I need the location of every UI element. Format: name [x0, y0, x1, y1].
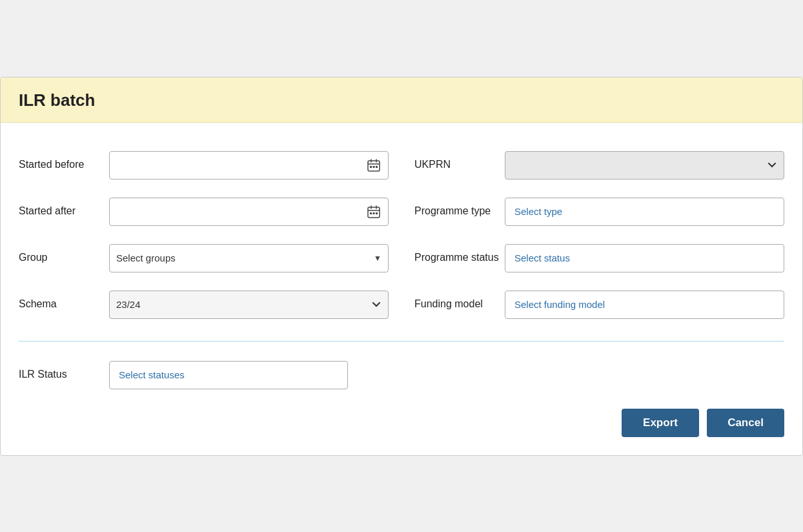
right-column: UKPRN Programme type Select type [414, 142, 784, 328]
funding-model-row: Funding model Select funding model [414, 281, 784, 328]
programme-status-row: Programme status Select status [414, 235, 784, 281]
started-before-label: Started before [19, 158, 109, 172]
programme-type-select-button[interactable]: Select type [505, 198, 784, 226]
ilr-status-select-text: Select statuses [119, 369, 185, 380]
started-after-control [109, 198, 389, 226]
started-before-calendar-icon[interactable] [365, 156, 383, 174]
modal-body: Started before [1, 123, 802, 455]
svg-rect-5 [373, 166, 375, 168]
ilr-status-select-button[interactable]: Select statuses [109, 361, 348, 389]
svg-rect-13 [376, 212, 378, 214]
ilr-status-section: ILR Status Select statuses [19, 354, 784, 396]
group-label: Group [19, 251, 109, 265]
group-chevron-down-icon: ▼ [374, 254, 381, 263]
funding-model-select-text: Select funding model [514, 299, 605, 310]
ukprn-select[interactable] [505, 151, 784, 179]
programme-status-select-button[interactable]: Select status [505, 244, 784, 272]
programme-type-select-text: Select type [514, 206, 562, 217]
ukprn-control [505, 151, 784, 179]
modal-header: ILR batch [1, 77, 802, 123]
export-button[interactable]: Export [622, 409, 699, 437]
programme-status-control: Select status [505, 244, 784, 272]
section-divider [19, 341, 784, 342]
schema-select[interactable]: 23/24 [109, 291, 389, 319]
svg-rect-6 [376, 166, 378, 168]
started-after-input-wrapper[interactable] [109, 198, 389, 226]
started-after-row: Started after [19, 189, 389, 235]
form-grid: Started before [19, 142, 784, 328]
funding-model-label: Funding model [414, 298, 505, 311]
schema-row: Schema 23/24 [19, 281, 389, 328]
group-select-text: Select groups [116, 252, 176, 263]
programme-status-select-text: Select status [514, 252, 570, 263]
ilr-status-label: ILR Status [19, 368, 109, 382]
started-before-row: Started before [19, 142, 389, 189]
footer-section: Export Cancel [19, 396, 784, 437]
ilr-batch-modal: ILR batch Started before [0, 77, 803, 456]
schema-control: 23/24 [109, 291, 389, 319]
group-row: Group Select groups ▼ [19, 235, 389, 281]
schema-label: Schema [19, 298, 109, 311]
programme-status-label: Programme status [414, 251, 505, 265]
modal-title: ILR batch [19, 90, 784, 110]
funding-model-select-button[interactable]: Select funding model [505, 291, 784, 319]
cancel-button[interactable]: Cancel [707, 409, 784, 437]
group-select-button[interactable]: Select groups ▼ [109, 244, 389, 272]
started-after-label: Started after [19, 205, 109, 218]
started-before-input[interactable] [115, 159, 365, 170]
programme-type-label: Programme type [414, 205, 505, 218]
started-before-control [109, 151, 389, 179]
ilr-status-control: Select statuses [109, 361, 348, 389]
group-control: Select groups ▼ [109, 244, 389, 272]
programme-type-control: Select type [505, 198, 784, 226]
programme-type-row: Programme type Select type [414, 189, 784, 235]
left-column: Started before [19, 142, 389, 328]
funding-model-control: Select funding model [505, 291, 784, 319]
started-after-input[interactable] [115, 206, 365, 217]
svg-rect-11 [370, 212, 372, 214]
started-before-input-wrapper[interactable] [109, 151, 389, 179]
svg-rect-12 [373, 212, 375, 214]
started-after-calendar-icon[interactable] [365, 203, 383, 221]
ukprn-label: UKPRN [414, 158, 505, 172]
ukprn-row: UKPRN [414, 142, 784, 189]
svg-rect-4 [370, 166, 372, 168]
